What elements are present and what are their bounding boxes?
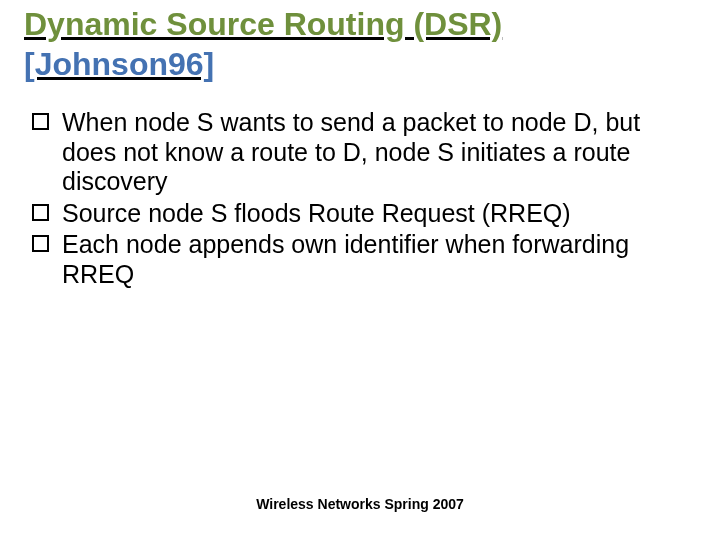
list-item: Each node appends own identifier when fo… [32, 230, 688, 289]
bullet-text: When node S wants to send a packet to no… [62, 108, 640, 195]
slide-title: Dynamic Source Routing (DSR) [Johnson96] [24, 4, 696, 84]
bullet-text: Source node S floods Route Request (RREQ… [62, 199, 571, 227]
list-item: When node S wants to send a packet to no… [32, 108, 688, 197]
title-line-2: [Johnson96] [24, 46, 214, 82]
bullet-list: When node S wants to send a packet to no… [24, 108, 696, 289]
title-line-1: Dynamic Source Routing (DSR) [24, 6, 502, 42]
list-item: Source node S floods Route Request (RREQ… [32, 199, 688, 229]
square-bullet-icon [32, 113, 49, 130]
square-bullet-icon [32, 204, 49, 221]
square-bullet-icon [32, 235, 49, 252]
bullet-text: Each node appends own identifier when fo… [62, 230, 629, 288]
slide: Dynamic Source Routing (DSR) [Johnson96]… [0, 0, 720, 540]
slide-footer: Wireless Networks Spring 2007 [0, 496, 720, 512]
